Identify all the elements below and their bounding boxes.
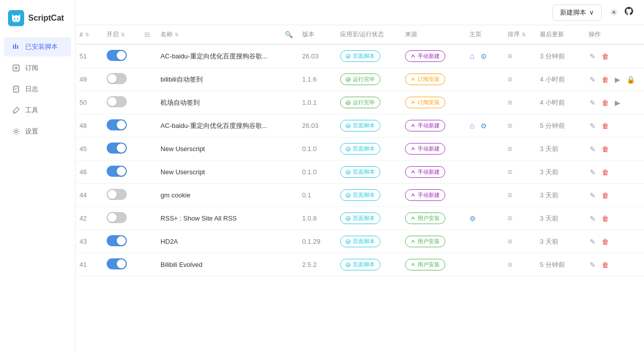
- th-sort: 排序 ⇅: [504, 25, 536, 44]
- toggle-5[interactable]: [107, 166, 127, 177]
- toggle-6[interactable]: [107, 189, 127, 200]
- cell-sort: ≡: [504, 161, 536, 184]
- edit-icon[interactable]: ✎: [589, 98, 597, 108]
- delete-icon[interactable]: 🗑: [601, 214, 610, 224]
- sidebar-item-settings[interactable]: 设置: [4, 122, 71, 141]
- logo: ScriptCat: [0, 5, 75, 36]
- sort-order-icon[interactable]: ⇅: [522, 32, 526, 37]
- cell-version: 1.1.6: [298, 68, 336, 91]
- installed-icon: [12, 43, 20, 51]
- delete-icon[interactable]: 🗑: [601, 237, 610, 247]
- toggle-9[interactable]: [107, 258, 127, 269]
- sidebar-item-log[interactable]: 日志: [4, 80, 71, 99]
- toggle-1[interactable]: [107, 73, 127, 84]
- cell-toggle[interactable]: [103, 91, 140, 114]
- lock-icon[interactable]: 🔒: [625, 75, 636, 85]
- log-icon: [12, 85, 20, 93]
- cell-version: 0.1.29: [298, 230, 336, 253]
- sidebar-item-subscribe-label: 订阅: [25, 63, 38, 73]
- delete-icon[interactable]: 🗑: [601, 121, 610, 131]
- sort-toggle-icon[interactable]: ⇅: [121, 32, 125, 37]
- sort-num-icon[interactable]: ⇅: [85, 32, 89, 37]
- gear-icon[interactable]: ⚙: [480, 52, 487, 60]
- theme-toggle-icon[interactable]: ☀: [610, 7, 618, 18]
- cell-toggle[interactable]: [103, 184, 140, 207]
- play-icon[interactable]: ▶: [614, 75, 621, 85]
- cell-toggle[interactable]: [103, 207, 140, 230]
- delete-icon[interactable]: 🗑: [601, 144, 610, 154]
- cell-toggle[interactable]: [103, 161, 140, 184]
- delete-icon[interactable]: 🗑: [601, 167, 610, 177]
- th-action: 操作: [585, 25, 644, 44]
- cell-action: ✎ 🗑: [585, 207, 644, 230]
- cell-filter: [140, 91, 156, 114]
- delete-icon[interactable]: 🗑: [601, 260, 610, 270]
- new-script-button[interactable]: 新建脚本 ∨: [552, 5, 602, 21]
- edit-icon[interactable]: ✎: [589, 167, 597, 177]
- cell-sort: ≡: [504, 114, 536, 137]
- source-badge: 用户安装: [405, 236, 445, 247]
- cell-search: [281, 91, 298, 114]
- th-toggle: 开启 ⇅: [103, 25, 140, 44]
- edit-icon[interactable]: ✎: [589, 260, 597, 270]
- gear-icon[interactable]: ⚙: [469, 215, 476, 223]
- delete-icon[interactable]: 🗑: [601, 190, 610, 200]
- toggle-3[interactable]: [107, 119, 127, 130]
- play-icon[interactable]: ▶: [614, 98, 621, 108]
- toggle-8[interactable]: [107, 235, 127, 246]
- toggle-4[interactable]: [107, 143, 127, 154]
- cell-toggle[interactable]: [103, 253, 140, 276]
- cell-home: ⌂⚙: [465, 114, 503, 137]
- toggle-2[interactable]: [107, 96, 127, 107]
- edit-icon[interactable]: ✎: [589, 237, 597, 247]
- th-num: # ⇅: [75, 25, 103, 44]
- edit-icon[interactable]: ✎: [589, 214, 597, 224]
- sidebar-item-installed[interactable]: 已安装脚本: [4, 37, 71, 56]
- cell-num: 41: [75, 253, 103, 276]
- toggle-0[interactable]: [107, 50, 127, 61]
- home-icon[interactable]: ⌂: [469, 121, 474, 130]
- svg-point-2: [17, 18, 19, 20]
- sidebar-item-tools[interactable]: 工具: [4, 101, 71, 120]
- sort-name-icon[interactable]: ⇅: [175, 32, 179, 37]
- cell-toggle[interactable]: [103, 68, 140, 91]
- cell-sort: ≡: [504, 44, 536, 68]
- search-icon[interactable]: 🔍: [285, 31, 293, 38]
- edit-icon[interactable]: ✎: [589, 121, 597, 131]
- delete-icon[interactable]: 🗑: [601, 75, 610, 85]
- script-table: # ⇅ 开启 ⇅ ⊟: [75, 25, 644, 276]
- cell-search: [281, 253, 298, 276]
- th-search: 🔍: [281, 25, 298, 44]
- cell-action: ✎ 🗑 ▶🔒: [585, 68, 644, 91]
- cell-filter: [140, 114, 156, 137]
- cell-toggle[interactable]: [103, 44, 140, 68]
- delete-icon[interactable]: 🗑: [601, 98, 610, 108]
- cell-num: 50: [75, 91, 103, 114]
- subscribe-icon: [12, 64, 20, 72]
- github-icon[interactable]: [624, 6, 634, 19]
- cell-num: 44: [75, 184, 103, 207]
- cell-status: 页面脚本: [336, 230, 401, 253]
- home-icon[interactable]: ⌂: [469, 52, 474, 61]
- cell-num: 46: [75, 161, 103, 184]
- cell-toggle[interactable]: [103, 114, 140, 137]
- gear-icon[interactable]: ⚙: [480, 122, 487, 130]
- edit-icon[interactable]: ✎: [589, 190, 597, 200]
- delete-icon[interactable]: 🗑: [601, 51, 610, 61]
- edit-icon[interactable]: ✎: [589, 75, 597, 85]
- cell-toggle[interactable]: [103, 137, 140, 161]
- sidebar-item-subscribe[interactable]: 订阅: [4, 58, 71, 78]
- cell-update: 5 分钟前: [536, 253, 585, 276]
- edit-icon[interactable]: ✎: [589, 144, 597, 154]
- cell-update: 3 天前: [536, 207, 585, 230]
- cell-status: 页面脚本: [336, 253, 401, 276]
- toggle-7[interactable]: [107, 212, 127, 223]
- cell-update: 3 天前: [536, 230, 585, 253]
- cell-sort: ≡: [504, 137, 536, 161]
- topbar: 新建脚本 ∨ ☀: [75, 0, 644, 25]
- source-badge: 订阅安装: [405, 74, 445, 85]
- cell-home: [465, 137, 503, 161]
- filter-icon[interactable]: ⊟: [144, 31, 150, 38]
- edit-icon[interactable]: ✎: [589, 51, 597, 61]
- cell-toggle[interactable]: [103, 230, 140, 253]
